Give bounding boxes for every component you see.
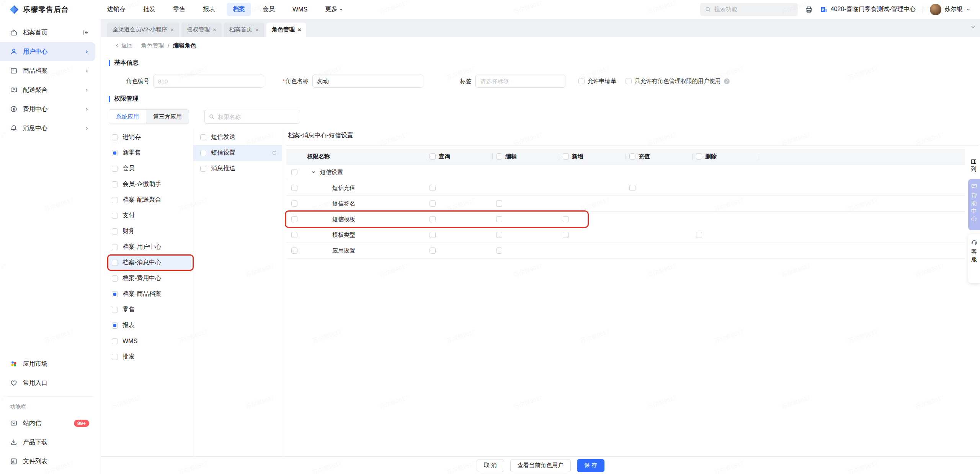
checkbox[interactable]: [112, 166, 118, 172]
row-checkbox[interactable]: [291, 200, 297, 207]
module-item-10[interactable]: 档案-商品档案: [109, 286, 191, 302]
permission-checkbox[interactable]: [496, 216, 502, 222]
module-item-1[interactable]: 新零售: [109, 145, 191, 161]
permission-checkbox[interactable]: [696, 232, 702, 238]
permission-search-input[interactable]: [218, 114, 296, 120]
top-nav-item-2[interactable]: 零售: [167, 3, 191, 16]
checkbox[interactable]: [112, 134, 118, 140]
role-no-field[interactable]: [153, 75, 264, 88]
sidebar-item-1[interactable]: 用户中心: [0, 42, 95, 61]
sidebar-quick-item-0[interactable]: 应用市场: [0, 354, 95, 373]
permission-checkbox[interactable]: [496, 232, 502, 238]
back-button[interactable]: 返回: [115, 42, 133, 49]
sidebar-item-4[interactable]: 费用中心: [0, 99, 95, 119]
permission-checkbox[interactable]: [563, 232, 569, 238]
tab-1[interactable]: 授权管理×: [181, 23, 222, 37]
permission-checkbox[interactable]: [496, 200, 502, 207]
select-column-checkbox[interactable]: [563, 153, 569, 160]
close-icon[interactable]: ×: [298, 27, 301, 33]
checkbox[interactable]: [112, 228, 118, 235]
row-checkbox[interactable]: [291, 248, 297, 254]
module-item-7[interactable]: 档案-用户中心: [109, 239, 191, 255]
close-icon[interactable]: ×: [170, 27, 174, 33]
top-nav-item-7[interactable]: 更多: [319, 3, 350, 16]
checkbox[interactable]: [112, 323, 118, 329]
tabbar-collapse-icon[interactable]: [970, 24, 976, 30]
column-settings-button[interactable]: 列: [969, 158, 978, 173]
row-checkbox[interactable]: [291, 232, 297, 238]
top-nav-item-4[interactable]: 档案: [227, 3, 251, 16]
role-name-field[interactable]: [312, 75, 423, 88]
checkbox[interactable]: [200, 150, 206, 156]
module-item-11[interactable]: 零售: [109, 302, 191, 318]
select-column-checkbox[interactable]: [430, 153, 436, 160]
sidebar-tool-item-2[interactable]: 文件列表: [0, 452, 95, 471]
cancel-button[interactable]: 取 消: [477, 459, 504, 472]
tab-system-apps[interactable]: 系统应用: [109, 110, 146, 124]
permission-checkbox[interactable]: [430, 248, 436, 254]
checkbox[interactable]: [200, 166, 206, 172]
sidebar-item-3[interactable]: 配送聚合: [0, 80, 95, 99]
permission-checkbox[interactable]: [496, 248, 502, 254]
checkbox[interactable]: [112, 260, 118, 266]
sidebar-tool-item-0[interactable]: 站内信99+: [0, 414, 95, 433]
restrict-checkbox[interactable]: [626, 78, 632, 84]
tag-field[interactable]: [475, 75, 565, 88]
checkbox[interactable]: [112, 307, 118, 313]
module-item-4[interactable]: 档案-配送聚合: [109, 192, 191, 208]
info-icon[interactable]: ?: [724, 78, 730, 84]
sidebar-tool-item-1[interactable]: 产品下载: [0, 433, 95, 452]
module-item-8[interactable]: 档案-消息中心: [109, 255, 191, 270]
module-item-14[interactable]: 批发: [109, 349, 191, 365]
support-tab[interactable]: 客服: [968, 234, 980, 283]
select-column-checkbox[interactable]: [496, 153, 502, 160]
row-checkbox[interactable]: [291, 185, 297, 191]
printer-icon[interactable]: [805, 5, 813, 14]
checkbox[interactable]: [112, 354, 118, 360]
sidebar-item-2[interactable]: 商品档案: [0, 61, 95, 80]
permission-checkbox[interactable]: [430, 232, 436, 238]
module-item-3[interactable]: 会员-企微助手: [109, 176, 191, 192]
permission-checkbox[interactable]: [430, 200, 436, 207]
submodule-item-1[interactable]: 短信设置: [193, 145, 282, 161]
checkbox[interactable]: [112, 244, 118, 250]
module-item-0[interactable]: 进销存: [109, 129, 191, 145]
allow-apply-checkbox[interactable]: [578, 78, 585, 84]
row-checkbox[interactable]: [291, 216, 297, 222]
top-nav-item-0[interactable]: 进销存: [101, 3, 132, 16]
sidebar-item-5[interactable]: 消息中心: [0, 119, 95, 138]
checkbox[interactable]: [112, 291, 118, 297]
checkbox[interactable]: [112, 338, 118, 344]
submodule-item-2[interactable]: 消息推送: [193, 161, 282, 176]
tab-third-party-apps[interactable]: 第三方应用: [146, 110, 189, 124]
checkbox[interactable]: [112, 197, 118, 203]
select-column-checkbox[interactable]: [629, 153, 635, 160]
sidebar-item-0[interactable]: 档案首页: [0, 23, 95, 42]
permission-checkbox[interactable]: [629, 185, 635, 191]
app-logo[interactable]: 乐檬零售后台: [9, 5, 101, 15]
tab-0[interactable]: 全渠道会员V2-小程序×: [107, 23, 179, 37]
collapse-caret-icon[interactable]: [311, 169, 316, 175]
breadcrumb-parent[interactable]: 角色管理: [141, 42, 164, 49]
global-search[interactable]: 搜索功能: [700, 3, 798, 16]
checkbox[interactable]: [112, 275, 118, 282]
checkbox[interactable]: [112, 181, 118, 187]
checkbox[interactable]: [112, 150, 118, 156]
module-item-12[interactable]: 报表: [109, 318, 191, 333]
submodule-item-0[interactable]: 短信发送: [193, 129, 282, 145]
module-item-5[interactable]: 支付: [109, 208, 191, 223]
row-checkbox[interactable]: [291, 169, 297, 175]
checkbox[interactable]: [112, 213, 118, 219]
permission-checkbox[interactable]: [430, 185, 436, 191]
user-menu[interactable]: 苏尔银: [930, 4, 971, 15]
top-nav-item-1[interactable]: 批发: [137, 3, 162, 16]
close-icon[interactable]: ×: [213, 27, 216, 33]
refresh-icon[interactable]: [271, 150, 277, 156]
sidebar-quick-item-1[interactable]: 常用入口: [0, 373, 95, 393]
checkbox[interactable]: [200, 134, 206, 140]
view-role-users-button[interactable]: 查看当前角色用户: [510, 459, 571, 472]
permission-checkbox[interactable]: [563, 216, 569, 222]
select-column-checkbox[interactable]: [696, 153, 702, 160]
permission-checkbox[interactable]: [430, 216, 436, 222]
tab-3[interactable]: 角色管理×: [266, 23, 307, 37]
